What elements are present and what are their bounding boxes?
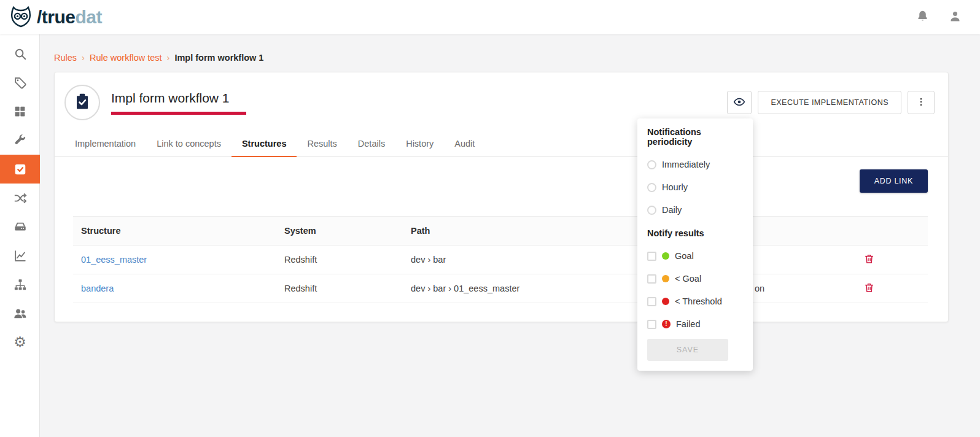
tab-audit[interactable]: Audit — [444, 133, 485, 157]
breadcrumb-rules[interactable]: Rules — [54, 53, 77, 63]
implementation-card: Impl form workflow 1 EXECUTE IMPLEMENTAT… — [54, 72, 949, 322]
users-icon — [13, 306, 27, 320]
sidebar-item-dashboard[interactable] — [0, 97, 40, 126]
trash-icon — [863, 257, 875, 266]
checkbox-below-threshold[interactable] — [647, 297, 656, 306]
radio-hourly[interactable] — [647, 183, 656, 192]
periodicity-option: Hourly — [647, 182, 743, 192]
page-title: Impl form workflow 1 — [111, 91, 727, 106]
result-option: ! Failed — [647, 319, 743, 329]
title-block: Impl form workflow 1 — [111, 91, 727, 115]
checkbox-label: Goal — [675, 251, 694, 261]
column-header-path: Path — [402, 226, 672, 236]
column-header-system: System — [276, 226, 402, 236]
delete-structure-button[interactable] — [861, 250, 877, 269]
sidebar-item-tags[interactable] — [0, 68, 40, 97]
header-actions: EXECUTE IMPLEMENTATIONS — [727, 91, 935, 114]
eye-icon — [733, 96, 745, 110]
status-dot-red — [662, 298, 669, 305]
breadcrumb-current: Impl form workflow 1 — [174, 53, 263, 63]
path-value: dev › bar — [402, 255, 672, 265]
tab-structures[interactable]: Structures — [231, 133, 297, 157]
structures-toolbar: ADD LINK — [55, 169, 928, 193]
truedat-logo[interactable]: /truedat — [9, 4, 102, 31]
sidebar-item-quality-charts[interactable] — [0, 241, 40, 270]
status-dot-yellow — [662, 275, 669, 282]
sidebar-item-admin[interactable] — [0, 126, 40, 155]
path-value: dev › bar › 01_eess_master — [402, 284, 672, 293]
system-value: Redshift — [276, 284, 402, 293]
tab-details[interactable]: Details — [348, 133, 395, 157]
trash-icon — [863, 286, 875, 295]
exclamation-circle-icon: ! — [662, 320, 671, 328]
chart-line-icon — [14, 249, 27, 263]
bell-icon — [916, 10, 929, 25]
app: /truedat — [0, 0, 980, 437]
sidebar-item-lineage[interactable] — [0, 184, 40, 212]
rule-badge — [64, 85, 100, 120]
tab-history[interactable]: History — [395, 133, 444, 157]
save-button[interactable]: SAVE — [647, 339, 728, 361]
structures-table: Structure System Path 01_eess_master Red… — [73, 216, 928, 303]
wrench-icon — [14, 134, 26, 147]
table-row: 01_eess_master Redshift dev › bar — [73, 246, 928, 274]
breadcrumb-rule-workflow-test[interactable]: Rule workflow test — [90, 53, 162, 63]
sidebar-item-users[interactable] — [0, 299, 40, 328]
sidebar-item-taxonomy[interactable] — [0, 270, 40, 299]
sitemap-icon — [14, 278, 27, 292]
sidebar-item-rules[interactable] — [0, 155, 40, 184]
sidebar-item-search[interactable] — [0, 39, 40, 68]
owl-logo-icon — [9, 4, 33, 31]
user-icon — [949, 10, 962, 25]
grid-icon — [14, 105, 26, 118]
check-square-icon — [14, 163, 27, 176]
result-status-bar — [111, 112, 246, 115]
system-value: Redshift — [276, 255, 402, 265]
execute-implementations-button[interactable]: EXECUTE IMPLEMENTATIONS — [758, 91, 901, 114]
periodicity-option: Daily — [647, 205, 743, 215]
checkbox-label: Failed — [676, 319, 701, 329]
delete-structure-button[interactable] — [861, 279, 877, 298]
user-account-button[interactable] — [949, 10, 962, 25]
checkbox-below-goal[interactable] — [647, 274, 656, 284]
tab-results[interactable]: Results — [297, 133, 347, 157]
radio-label: Immediately — [662, 160, 710, 169]
main-content: Rules › Rule workflow test › Impl form w… — [40, 34, 980, 437]
periodicity-option: Immediately — [647, 160, 743, 169]
checkbox-label: < Goal — [675, 274, 701, 284]
radio-daily[interactable] — [647, 206, 656, 215]
clipboard-check-icon — [73, 92, 91, 113]
checkbox-goal[interactable] — [647, 252, 656, 261]
shuffle-icon — [14, 191, 27, 205]
radio-label: Hourly — [662, 182, 688, 192]
tab-link-to-concepts[interactable]: Link to concepts — [146, 133, 231, 157]
top-bar: /truedat — [0, 0, 980, 34]
sidebar: ⚙ — [0, 34, 40, 437]
popup-title: Notifications periodicity — [647, 127, 743, 147]
table-row: bandera Redshift dev › bar › 01_eess_mas… — [73, 274, 928, 303]
breadcrumb: Rules › Rule workflow test › Impl form w… — [54, 53, 949, 63]
notifications-bell-button[interactable] — [916, 10, 929, 25]
breadcrumb-separator: › — [167, 53, 170, 63]
checkbox-failed[interactable] — [647, 320, 656, 329]
hard-drive-icon — [14, 220, 27, 234]
notifications-popup: Notifications periodicity Immediately Ho… — [637, 118, 753, 371]
card-header: Impl form workflow 1 EXECUTE IMPLEMENTAT… — [55, 72, 948, 124]
preview-eye-button[interactable] — [727, 91, 752, 114]
result-option: < Goal — [647, 274, 743, 284]
sidebar-item-settings[interactable]: ⚙ — [0, 328, 40, 357]
tab-implementation[interactable]: Implementation — [64, 133, 146, 157]
radio-immediately[interactable] — [647, 160, 656, 169]
add-link-button[interactable]: ADD LINK — [860, 169, 928, 193]
more-options-button[interactable] — [908, 91, 935, 114]
search-icon — [14, 47, 27, 61]
structure-link[interactable]: 01_eess_master — [81, 255, 147, 265]
gear-icon: ⚙ — [14, 335, 26, 349]
result-option: < Threshold — [647, 296, 743, 306]
table-header-row: Structure System Path — [73, 217, 928, 246]
structure-link[interactable]: bandera — [81, 284, 114, 293]
sidebar-item-systems[interactable] — [0, 212, 40, 241]
radio-label: Daily — [662, 205, 682, 215]
top-actions — [916, 10, 962, 25]
tab-bar: Implementation Link to concepts Structur… — [55, 124, 948, 157]
